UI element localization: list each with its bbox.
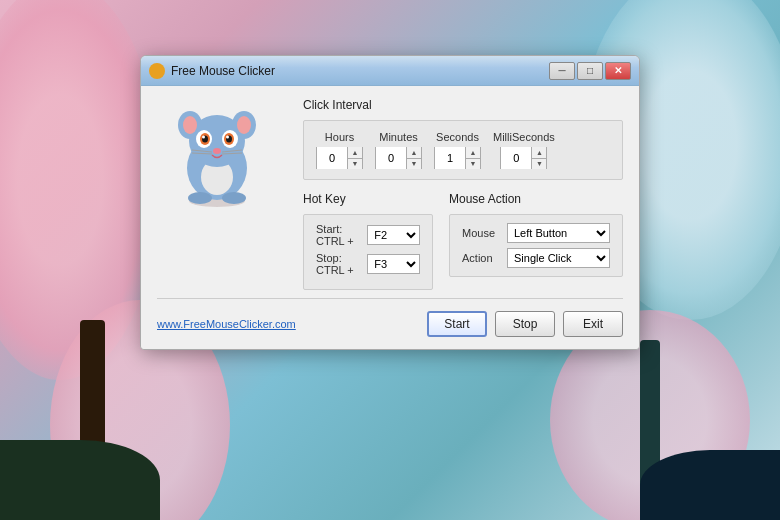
milliseconds-down-button[interactable]: ▼ <box>532 159 546 170</box>
start-button[interactable]: Start <box>427 311 487 337</box>
milliseconds-up-button[interactable]: ▲ <box>532 147 546 159</box>
click-interval-section: Hours ▲ ▼ Minutes <box>303 120 623 180</box>
svg-point-22 <box>222 192 246 204</box>
main-content: Click Interval Hours ▲ ▼ <box>157 98 623 290</box>
hotkey-section: Start: CTRL + F2 F1 F3 F4 Stop: CTRL + <box>303 214 433 290</box>
hours-spinner: ▲ ▼ <box>316 147 363 169</box>
minutes-input[interactable] <box>376 147 406 169</box>
svg-point-15 <box>226 136 229 139</box>
mouse-action-section: Mouse Left Button Right Button Middle Bu… <box>449 214 623 277</box>
hours-input[interactable] <box>317 147 347 169</box>
window-body: Click Interval Hours ▲ ▼ <box>141 86 639 349</box>
start-hotkey-row: Start: CTRL + F2 F1 F3 F4 <box>316 223 420 247</box>
minutes-col: Minutes ▲ ▼ <box>375 131 422 169</box>
window-title: Free Mouse Clicker <box>171 64 549 78</box>
seconds-spinner: ▲ ▼ <box>434 147 481 169</box>
svg-point-7 <box>237 116 251 134</box>
seconds-arrows: ▲ ▼ <box>465 147 480 169</box>
bottom-row: www.FreeMouseClicker.com Start Stop Exit <box>157 311 623 337</box>
mouse-action-title: Mouse Action <box>449 192 623 206</box>
mouse-logo <box>162 103 272 213</box>
milliseconds-spinner: ▲ ▼ <box>500 147 547 169</box>
mouse-select[interactable]: Left Button Right Button Middle Button <box>507 223 610 243</box>
mouse-row: Mouse Left Button Right Button Middle Bu… <box>462 223 610 243</box>
seconds-label: Seconds <box>436 131 479 143</box>
logo-container <box>157 98 277 218</box>
click-interval-title: Click Interval <box>303 98 623 112</box>
maximize-button[interactable]: □ <box>577 62 603 80</box>
stop-button[interactable]: Stop <box>495 311 555 337</box>
logo-panel <box>157 98 287 290</box>
minutes-arrows: ▲ ▼ <box>406 147 421 169</box>
website-link[interactable]: www.FreeMouseClicker.com <box>157 318 427 330</box>
stop-hotkey-select[interactable]: F3 F1 F2 F4 <box>367 254 420 274</box>
svg-point-11 <box>202 136 205 139</box>
action-label: Action <box>462 252 507 264</box>
stop-hotkey-row: Stop: CTRL + F3 F1 F2 F4 <box>316 252 420 276</box>
stop-hotkey-label: Stop: CTRL + <box>316 252 367 276</box>
milliseconds-label: MilliSeconds <box>493 131 555 143</box>
hotkey-panel: Hot Key Start: CTRL + F2 F1 F3 F4 <box>303 192 433 290</box>
bottom-panels: Hot Key Start: CTRL + F2 F1 F3 F4 <box>303 192 623 290</box>
milliseconds-input[interactable] <box>501 147 531 169</box>
minutes-label: Minutes <box>379 131 418 143</box>
minutes-spinner: ▲ ▼ <box>375 147 422 169</box>
svg-point-16 <box>213 148 221 154</box>
exit-button[interactable]: Exit <box>563 311 623 337</box>
minutes-down-button[interactable]: ▼ <box>407 159 421 170</box>
hours-down-button[interactable]: ▼ <box>348 159 362 170</box>
action-row: Action Single Click Double Click <box>462 248 610 268</box>
hours-up-button[interactable]: ▲ <box>348 147 362 159</box>
mouse-action-panel: Mouse Action Mouse Left Button Right But… <box>449 192 623 290</box>
right-panel: Click Interval Hours ▲ ▼ <box>303 98 623 290</box>
hotkey-title: Hot Key <box>303 192 433 206</box>
minimize-button[interactable]: ─ <box>549 62 575 80</box>
bottom-buttons: Start Stop Exit <box>427 311 623 337</box>
svg-point-21 <box>188 192 212 204</box>
start-hotkey-label: Start: CTRL + <box>316 223 367 247</box>
milliseconds-arrows: ▲ ▼ <box>531 147 546 169</box>
app-window: Free Mouse Clicker ─ □ ✕ <box>140 55 640 350</box>
seconds-col: Seconds ▲ ▼ <box>434 131 481 169</box>
minutes-up-button[interactable]: ▲ <box>407 147 421 159</box>
start-hotkey-select[interactable]: F2 F1 F3 F4 <box>367 225 420 245</box>
app-icon <box>149 63 165 79</box>
window-controls: ─ □ ✕ <box>549 62 631 80</box>
ground <box>0 440 160 520</box>
seconds-input[interactable] <box>435 147 465 169</box>
close-button[interactable]: ✕ <box>605 62 631 80</box>
ground <box>640 450 780 520</box>
seconds-up-button[interactable]: ▲ <box>466 147 480 159</box>
action-select[interactable]: Single Click Double Click <box>507 248 610 268</box>
divider <box>157 298 623 299</box>
seconds-down-button[interactable]: ▼ <box>466 159 480 170</box>
hours-label: Hours <box>325 131 354 143</box>
hours-arrows: ▲ ▼ <box>347 147 362 169</box>
hours-col: Hours ▲ ▼ <box>316 131 363 169</box>
interval-grid: Hours ▲ ▼ Minutes <box>316 131 610 169</box>
mouse-label: Mouse <box>462 227 507 239</box>
title-bar: Free Mouse Clicker ─ □ ✕ <box>141 56 639 86</box>
svg-point-5 <box>183 116 197 134</box>
milliseconds-col: MilliSeconds ▲ ▼ <box>493 131 555 169</box>
